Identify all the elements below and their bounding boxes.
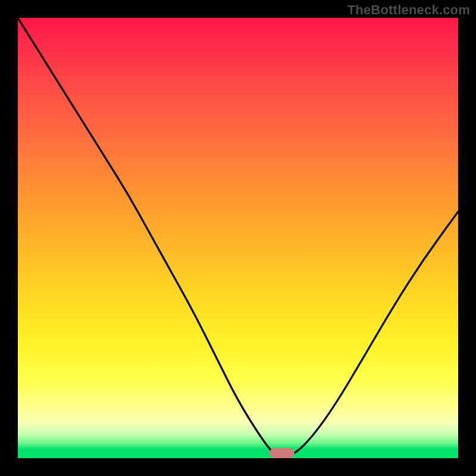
bottleneck-curve-path xyxy=(18,18,458,457)
watermark-text: TheBottleneck.com xyxy=(347,2,470,18)
optimum-marker xyxy=(270,448,295,458)
chart-frame: TheBottleneck.com xyxy=(0,0,476,476)
plot-area xyxy=(18,18,458,458)
curve-svg xyxy=(18,18,458,458)
